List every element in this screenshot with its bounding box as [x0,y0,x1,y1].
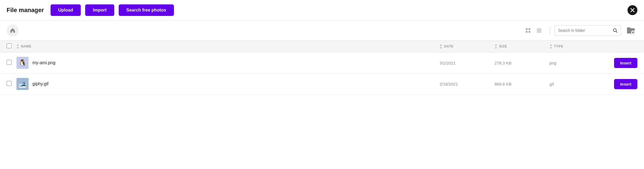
list-view-button[interactable] [535,26,543,35]
file-name-cell: 🎿 giphy.gif [16,78,440,90]
list-icon [536,27,542,33]
file-action-cell: Insert [604,79,637,89]
home-button[interactable] [7,24,19,36]
search-submit-button[interactable] [610,28,621,33]
search-icon [612,28,618,33]
search-box [554,25,621,36]
table-row: 🎿 giphy.gif 2/18/2021 868.6 KB gif Inser… [0,74,644,95]
app-title: File manager [7,7,44,14]
name-sort-icon: ▲▼ [16,44,20,49]
svg-rect-5 [529,31,530,33]
search-free-photos-button[interactable]: Search free photos [119,4,174,16]
folder-plus-icon [626,26,635,35]
svg-rect-2 [526,28,528,30]
type-sort-icon: ▲▼ [549,44,553,49]
row-checkbox-1[interactable] [7,81,12,86]
file-name-cell: 🐧 my-ami.png [16,57,440,69]
file-action-cell: Insert [604,58,637,68]
file-size: 868.6 KB [495,82,549,86]
insert-button-1[interactable]: Insert [614,79,637,89]
name-column-header[interactable]: ▲▼ NAME [16,44,440,49]
file-list: 🐧 my-ami.png 3/1/2021 278.3 KB png Inser… [0,52,644,95]
file-thumbnail: 🎿 [16,78,29,90]
row-check-cell [7,81,16,87]
grid-icon [525,27,531,33]
search-input[interactable] [555,28,610,33]
svg-rect-4 [526,31,528,33]
file-type: png [549,61,604,65]
svg-rect-6 [537,29,542,29]
insert-button-0[interactable]: Insert [614,58,637,68]
svg-line-10 [616,31,617,33]
select-all-checkbox[interactable] [7,43,12,48]
file-date: 3/1/2021 [440,61,495,65]
upload-button[interactable]: Upload [51,4,81,16]
grid-view-button[interactable] [524,26,532,35]
home-icon [10,27,16,33]
close-button[interactable] [628,5,637,15]
view-divider [550,27,550,34]
table-header: ▲▼ NAME ▲▼ DATE ▲▼ SIZE ▲▼ TYPE [0,41,644,52]
file-name: giphy.gif [32,81,48,86]
import-button[interactable]: Import [85,4,114,16]
select-all-cell [7,43,16,49]
file-name: my-ami.png [32,60,55,65]
close-icon [630,7,635,13]
svg-rect-7 [537,30,542,31]
type-column-header[interactable]: ▲▼ TYPE [549,44,604,49]
header: File manager Upload Import Search free p… [0,0,644,21]
size-column-header[interactable]: ▲▼ SIZE [495,44,549,49]
new-folder-button[interactable] [624,25,637,36]
svg-rect-8 [537,32,542,32]
file-thumbnail: 🐧 [16,57,29,69]
view-icons [524,26,543,35]
file-date: 2/18/2021 [440,82,495,86]
svg-rect-3 [529,28,530,30]
toolbar [0,21,644,41]
file-type: gif [549,82,604,86]
size-sort-icon: ▲▼ [495,44,498,49]
file-size: 278.3 KB [495,61,549,65]
row-check-cell [7,60,16,66]
table-row: 🐧 my-ami.png 3/1/2021 278.3 KB png Inser… [0,52,644,74]
date-sort-icon: ▲▼ [440,44,443,49]
date-column-header[interactable]: ▲▼ DATE [440,44,495,49]
row-checkbox-0[interactable] [7,60,12,65]
